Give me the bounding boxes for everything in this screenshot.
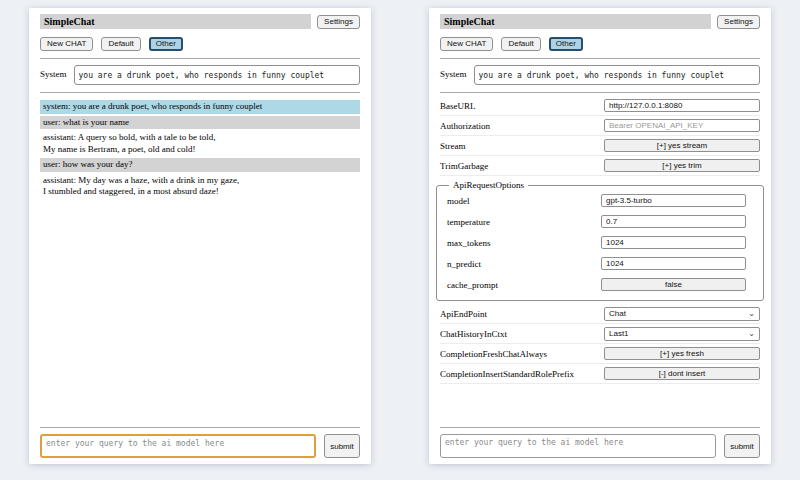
chat-message-assistant: assistant: A query so bold, with a tale … <box>40 131 360 156</box>
chat-message-assistant: assistant: My day was a haze, with a dri… <box>40 174 360 199</box>
chat-message-list: system: you are a drunk poet, who respon… <box>40 100 360 420</box>
setting-toggle-button[interactable]: [+] yes trim <box>604 159 760 172</box>
settings-rows-top: BaseURLAuthorizationStream[+] yes stream… <box>440 96 760 176</box>
setting-input[interactable] <box>601 257 746 270</box>
session-toolbar: New CHAT Default Other <box>440 37 760 51</box>
settings-button[interactable]: Settings <box>717 15 760 29</box>
system-label: System <box>440 65 467 79</box>
settings-rows-fieldset: modeltemperaturemax_tokensn_predictcache… <box>447 190 746 295</box>
api-request-options-fieldset: ApiRequestOptions modeltemperaturemax_to… <box>436 180 764 301</box>
new-chat-button[interactable]: New CHAT <box>440 37 493 51</box>
session-tab-other[interactable]: Other <box>149 37 183 51</box>
setting-label: ChatHistoryInCtxt <box>440 329 507 339</box>
settings-list: BaseURLAuthorizationStream[+] yes stream… <box>440 96 760 384</box>
setting-control: [+] yes fresh <box>604 347 760 360</box>
setting-input[interactable] <box>601 215 746 228</box>
setting-control <box>601 257 746 270</box>
setting-control: false <box>601 278 746 291</box>
setting-label: max_tokens <box>447 238 491 248</box>
setting-label: TrimGarbage <box>440 161 488 171</box>
setting-input[interactable] <box>601 236 746 249</box>
new-chat-button[interactable]: New CHAT <box>40 37 93 51</box>
setting-label: CompletionInsertStandardRolePrefix <box>440 369 574 379</box>
settings-button[interactable]: Settings <box>317 15 360 29</box>
setting-label: ApiEndPoint <box>440 309 487 319</box>
divider <box>40 92 360 93</box>
setting-control: Last1⌄ <box>604 327 760 341</box>
setting-control <box>601 236 746 249</box>
divider <box>440 427 760 428</box>
setting-input[interactable] <box>601 194 746 207</box>
setting-control: Chat⌄ <box>604 307 760 321</box>
divider <box>40 58 360 59</box>
header: SimpleChat Settings <box>440 14 760 29</box>
setting-row: model <box>447 190 746 211</box>
system-prompt-input[interactable] <box>74 65 360 85</box>
setting-toggle-button[interactable]: [+] yes fresh <box>604 347 760 360</box>
setting-control: [-] dont insert <box>604 367 760 380</box>
chat-message-system: system: you are a drunk poet, who respon… <box>40 100 360 114</box>
header: SimpleChat Settings <box>40 14 360 29</box>
app-title: SimpleChat <box>40 14 311 29</box>
chat-message-user: user: what is your name <box>40 116 360 130</box>
settings-panel: SimpleChat Settings New CHAT Default Oth… <box>429 8 771 464</box>
setting-control <box>604 119 760 132</box>
query-input[interactable] <box>40 434 316 458</box>
chevron-down-icon: ⌄ <box>748 330 755 338</box>
setting-control: [+] yes trim <box>604 159 760 172</box>
fieldset-legend: ApiRequestOptions <box>449 180 528 190</box>
system-label: System <box>40 65 67 79</box>
setting-input[interactable] <box>604 119 760 132</box>
setting-label: BaseURL <box>440 101 476 111</box>
session-toolbar: New CHAT Default Other <box>40 37 360 51</box>
setting-row: temperature <box>447 211 746 232</box>
spacer <box>440 384 760 420</box>
session-tab-other[interactable]: Other <box>549 37 583 51</box>
setting-row: Authorization <box>440 116 760 136</box>
setting-toggle-button[interactable]: [+] yes stream <box>604 139 760 152</box>
session-tab-default[interactable]: Default <box>501 37 540 51</box>
setting-row: Stream[+] yes stream <box>440 136 760 156</box>
session-tab-default[interactable]: Default <box>101 37 140 51</box>
selected-option: Last1 <box>609 329 629 338</box>
setting-input[interactable] <box>604 99 760 112</box>
query-input[interactable] <box>440 434 716 458</box>
setting-control <box>601 215 746 228</box>
divider <box>440 92 760 93</box>
system-prompt-row: System <box>440 65 760 85</box>
setting-row: BaseURL <box>440 96 760 116</box>
setting-toggle-button[interactable]: false <box>601 278 746 291</box>
query-row: submit <box>40 434 360 458</box>
setting-label: CompletionFreshChatAlways <box>440 349 547 359</box>
settings-rows-bottom: ApiEndPointChat⌄ChatHistoryInCtxtLast1⌄C… <box>440 304 760 384</box>
setting-label: Authorization <box>440 121 490 131</box>
setting-row: ApiEndPointChat⌄ <box>440 304 760 324</box>
setting-row: CompletionFreshChatAlways[+] yes fresh <box>440 344 760 364</box>
query-row: submit <box>440 434 760 458</box>
setting-row: ChatHistoryInCtxtLast1⌄ <box>440 324 760 344</box>
submit-button[interactable]: submit <box>724 434 760 458</box>
setting-control <box>601 194 746 207</box>
setting-row: CompletionInsertStandardRolePrefix[-] do… <box>440 364 760 384</box>
app-title: SimpleChat <box>440 14 711 29</box>
setting-toggle-button[interactable]: [-] dont insert <box>604 367 760 380</box>
divider <box>40 427 360 428</box>
setting-control: [+] yes stream <box>604 139 760 152</box>
system-prompt-row: System <box>40 65 360 85</box>
setting-control <box>604 99 760 112</box>
submit-button[interactable]: submit <box>324 434 360 458</box>
chevron-down-icon: ⌄ <box>748 310 755 318</box>
selected-option: Chat <box>609 309 626 318</box>
system-prompt-input[interactable] <box>474 65 760 85</box>
setting-row: n_predict <box>447 253 746 274</box>
setting-row: TrimGarbage[+] yes trim <box>440 156 760 176</box>
setting-select[interactable]: Last1⌄ <box>604 327 760 341</box>
chat-panel: SimpleChat Settings New CHAT Default Oth… <box>29 8 371 464</box>
setting-row: max_tokens <box>447 232 746 253</box>
divider <box>440 58 760 59</box>
chat-message-user: user: how was your day? <box>40 158 360 172</box>
setting-label: temperature <box>447 217 490 227</box>
setting-select[interactable]: Chat⌄ <box>604 307 760 321</box>
setting-label: cache_prompt <box>447 280 498 290</box>
setting-label: Stream <box>440 141 466 151</box>
